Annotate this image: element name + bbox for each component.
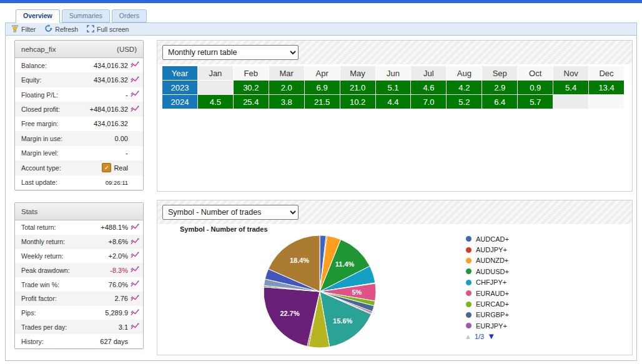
return-value-cell: 5.4 [553, 81, 588, 94]
legend-page-down-icon[interactable]: ▼ [487, 332, 495, 341]
stats-panel: Stats Total return:+488.1%Monthly return… [14, 202, 144, 349]
chart-line-icon[interactable] [131, 106, 139, 114]
month-column-header: Apr [305, 66, 340, 80]
return-value-cell: 4.5 [198, 95, 233, 109]
fullscreen-button[interactable]: Full screen [87, 25, 129, 34]
month-column-header: Jan [198, 66, 233, 80]
account-row: Equity:434,016.32 [15, 72, 143, 87]
pie-chart: 11.4%5%15.6%22.7%18.4% [262, 234, 378, 350]
refresh-button[interactable]: Refresh [44, 24, 78, 34]
account-row-value: - [59, 149, 128, 157]
filter-button[interactable]: Filter [11, 25, 36, 34]
chart-line-icon[interactable] [131, 295, 139, 303]
chart-line-icon[interactable] [131, 224, 139, 232]
legend-item: AUDCAD+ [466, 234, 509, 244]
return-value-cell: 4.6 [411, 81, 446, 94]
stats-row-icon-slot [128, 266, 139, 274]
stats-row-value: +2.0% [64, 252, 129, 260]
chart-line-icon[interactable] [131, 280, 139, 288]
month-column-header: May [340, 66, 375, 80]
return-value-cell: 21.0 [340, 81, 375, 94]
stats-row: Trade win %:76.0% [15, 277, 143, 292]
chart-line-icon[interactable] [131, 309, 139, 317]
account-row-label: Equity: [21, 76, 41, 84]
account-row: Margin level:- [15, 146, 143, 160]
legend-label: CHFJPY+ [476, 278, 506, 286]
stats-row: History:627 days [15, 334, 143, 348]
return-value-cell: 4.2 [447, 81, 482, 94]
stats-row: Peak drawdown:-8.3% [15, 263, 143, 277]
account-name: nehcap_fix [21, 46, 56, 53]
legend-item: EURCAD+ [466, 298, 509, 309]
legend-page-up-icon[interactable]: ▲ [465, 333, 472, 340]
return-value-cell: 7.0 [411, 95, 446, 109]
legend-color-dot [466, 236, 472, 242]
account-panel: nehcap_fix (USD) Balance:434,016.32Equit… [14, 40, 144, 190]
chart-line-icon[interactable] [131, 323, 139, 331]
tab-orders[interactable]: Orders [112, 9, 147, 22]
monthly-view-select[interactable]: Monthly return table [162, 45, 299, 60]
month-column-header: Mar [269, 66, 304, 80]
chart-line-icon[interactable] [131, 91, 139, 99]
legend-label: AUDUSD+ [476, 268, 509, 275]
chart-line-icon[interactable] [131, 76, 139, 84]
account-row-icon-slot [128, 106, 139, 114]
return-value-cell: 30.2 [234, 81, 269, 94]
legend-item: EURGBP+ [466, 310, 509, 320]
fullscreen-icon [87, 25, 94, 34]
stats-row-icon-slot [128, 323, 139, 331]
account-row-label: Account type: [21, 164, 61, 172]
chart-line-icon[interactable] [131, 61, 139, 69]
account-row-value: 434,016.32 [41, 76, 128, 84]
stats-row: Monthly return:+8.6% [15, 235, 143, 249]
year-cell: 2024 [162, 95, 197, 109]
legend-color-dot [466, 247, 472, 253]
stats-row-label: History: [21, 338, 44, 345]
refresh-icon [44, 24, 52, 34]
table-header-row: YearJanFebMarAprMayJunJulAugSepOctNovDec [162, 66, 624, 80]
return-value-cell: 6.9 [305, 81, 340, 94]
tab-summaries[interactable]: Summaries [62, 9, 110, 22]
stats-row-value: 5,289.9 [36, 309, 128, 317]
legend-color-dot [466, 280, 472, 285]
tab-overview[interactable]: Overview [16, 9, 60, 23]
empty-month-cell [589, 95, 624, 109]
legend-item: AUDJPY+ [466, 244, 509, 255]
legend-color-dot [466, 258, 472, 263]
month-column-header: Sep [482, 66, 517, 80]
real-account-checkbox[interactable]: ✓ [102, 163, 111, 172]
account-row-label: Free margin: [21, 120, 59, 127]
stats-row-value: 2.76 [57, 295, 128, 302]
stats-row: Total return:+488.1% [15, 220, 143, 235]
chart-line-icon[interactable] [131, 238, 139, 246]
return-value-cell: 3.8 [269, 95, 304, 109]
pie-slice-percentage-label: 11.4% [335, 260, 355, 268]
month-column-header: Dec [589, 66, 624, 80]
month-column-header: Nov [553, 66, 588, 80]
return-value-cell: 13.4 [589, 81, 624, 94]
pie-view-select[interactable]: Symbol - Number of trades [162, 205, 299, 220]
legend-color-dot [466, 312, 472, 318]
account-rows: Balance:434,016.32Equity:434,016.32Float… [15, 58, 143, 190]
chart-line-icon[interactable] [131, 252, 139, 260]
stats-row-label: Peak drawdown: [21, 267, 70, 274]
legend-label: AUDCAD+ [476, 235, 509, 243]
account-currency: (USD) [117, 46, 137, 53]
legend-item: EURJPY+ [466, 320, 509, 331]
legend-item: EURAUD+ [466, 288, 509, 298]
account-row-value: Real [114, 164, 128, 172]
stats-row-value: +8.6% [65, 238, 128, 245]
account-row: Last update:09:26:11 [15, 175, 143, 190]
account-row-value: 09:26:11 [57, 179, 128, 186]
account-row-label: Last update: [21, 179, 57, 186]
account-type-value: ✓Real [61, 163, 128, 172]
stats-row: Profit factor:2.76 [15, 292, 143, 306]
stats-row-icon-slot [128, 224, 139, 232]
filter-label: Filter [21, 26, 36, 33]
account-row-label: Floating P/L: [21, 91, 58, 99]
legend-label: EURAUD+ [476, 290, 509, 297]
chart-line-icon[interactable] [131, 266, 139, 274]
return-value-cell: 21.5 [305, 95, 340, 109]
pie-slice-percentage-label: 18.4% [290, 257, 309, 264]
month-column-header: Jul [411, 66, 446, 80]
